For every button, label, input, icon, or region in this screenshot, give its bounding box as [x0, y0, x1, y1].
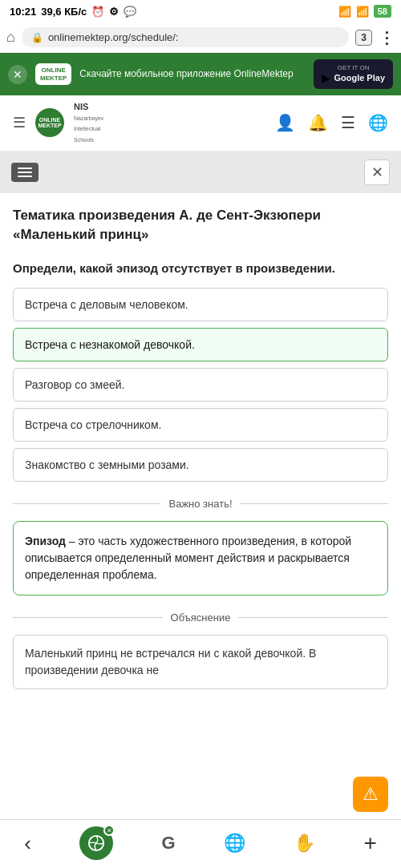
app-banner: ✕ ONLINEMEKTEP Скачайте мобильное прилож…	[0, 53, 401, 95]
user-icon[interactable]: 👤	[275, 113, 295, 132]
important-info-box: Эпизод – это часть художественного произ…	[13, 521, 388, 595]
add-button[interactable]: +	[363, 830, 376, 856]
browser-bar: ⌂ 🔒 onlinemektep.org/schedule/: 3 ⋮	[0, 22, 401, 53]
wifi-icon: 📶	[338, 6, 351, 18]
warning-fab[interactable]: ⚠	[353, 777, 388, 812]
nav-menu-icon[interactable]: ☰	[13, 114, 26, 131]
status-time: 10:21	[10, 6, 36, 18]
alarm-icon: ⏰	[91, 6, 104, 18]
status-network: 39,6 КБ/с	[41, 6, 87, 18]
explanation-divider: Объяснение	[13, 612, 388, 624]
close-button[interactable]: ✕	[364, 159, 390, 185]
explanation-text: Маленький принц не встречался ни с какой…	[25, 647, 316, 676]
url-text: onlinemektep.org/schedule/:	[48, 31, 179, 43]
navigation-bar: ☰ ONLINEMEKTEP NIS NazarbayevIntellectua…	[0, 95, 401, 151]
google-play-button[interactable]: GET IT ON ▶ Google Play	[314, 59, 393, 89]
explanation-divider-left	[13, 617, 163, 618]
explanation-label: Объяснение	[171, 612, 231, 624]
important-divider: Важно знать!	[13, 498, 388, 510]
battery-indicator: 58	[374, 5, 391, 18]
translate-button[interactable]: 🌐	[224, 833, 245, 854]
bell-icon[interactable]: 🔔	[308, 113, 328, 132]
whatsapp-icon: 💬	[124, 6, 136, 18]
tab-count[interactable]: 3	[355, 30, 372, 46]
browser-tab-icon	[87, 834, 105, 852]
question-text: Определи, какой эпизод отсутствует в про…	[13, 260, 388, 277]
nis-logo: NIS NazarbayevIntellectualSchools	[74, 102, 103, 144]
answer-options: Встреча с деловым человеком. Встреча с н…	[13, 288, 388, 482]
banner-text: Скачайте мобильное приложение OnlineMekt…	[79, 67, 306, 81]
main-content: Тематика произведения А. де Сент-Экзюпер…	[0, 193, 401, 767]
play-icon: ▶	[322, 71, 330, 84]
nis-subtitle: NazarbayevIntellectualSchools	[74, 115, 103, 142]
url-bar[interactable]: 🔒 onlinemektep.org/schedule/:	[22, 27, 349, 47]
tab-badge: ✕	[103, 825, 115, 836]
google-button[interactable]: G	[161, 833, 175, 854]
explanation-divider-right	[238, 617, 388, 618]
banner-close-button[interactable]: ✕	[8, 65, 27, 84]
signal-icon: 📶	[356, 6, 369, 18]
settings-icon: ⚙	[109, 6, 119, 18]
get-it-on-label: GET IT ON	[338, 64, 370, 71]
explanation-box: Маленький принц не встречался ни с какой…	[13, 635, 388, 689]
important-label: Важно знать!	[168, 498, 232, 510]
answer-option-1[interactable]: Встреча с деловым человеком.	[13, 288, 388, 321]
gesture-button[interactable]: ✋	[294, 833, 315, 854]
home-icon[interactable]: ⌂	[6, 29, 15, 46]
status-bar: 10:21 39,6 КБ/с ⏰ ⚙ 💬 📶 📶 58	[0, 0, 401, 22]
important-text: – это часть художественного произведения…	[25, 535, 351, 581]
hamburger-button[interactable]	[11, 163, 38, 182]
bottom-navigation: ‹ ✕ G 🌐 ✋ +	[0, 819, 401, 868]
active-tab[interactable]: ✕	[79, 826, 113, 860]
browser-menu-icon[interactable]: ⋮	[379, 28, 395, 47]
divider-line-left	[13, 503, 160, 504]
google-play-label: Google Play	[334, 73, 385, 83]
page-title: Тематика произведения А. де Сент-Экзюпер…	[13, 206, 388, 244]
nis-title: NIS	[74, 102, 88, 111]
hamburger-bar: ✕	[0, 151, 401, 193]
nav-action-icons: 👤 🔔 ☰ 🌐	[275, 113, 388, 132]
list-icon[interactable]: ☰	[341, 113, 355, 132]
answer-option-3[interactable]: Разговор со змеей.	[13, 368, 388, 402]
answer-option-4[interactable]: Встреча со стрелочником.	[13, 408, 388, 442]
divider-line-right	[241, 503, 388, 504]
answer-option-2[interactable]: Встреча с незнакомой девочкой.	[13, 328, 388, 361]
banner-logo: ONLINEMEKTEP	[35, 63, 71, 85]
answer-option-5[interactable]: Знакомство с земными розами.	[13, 448, 388, 482]
important-bold-word: Эпизод	[25, 535, 66, 547]
lock-icon: 🔒	[31, 32, 43, 43]
back-button[interactable]: ‹	[24, 831, 31, 856]
globe-icon[interactable]: 🌐	[368, 113, 388, 132]
online-mektep-logo: ONLINEMEKTEP	[35, 108, 64, 137]
